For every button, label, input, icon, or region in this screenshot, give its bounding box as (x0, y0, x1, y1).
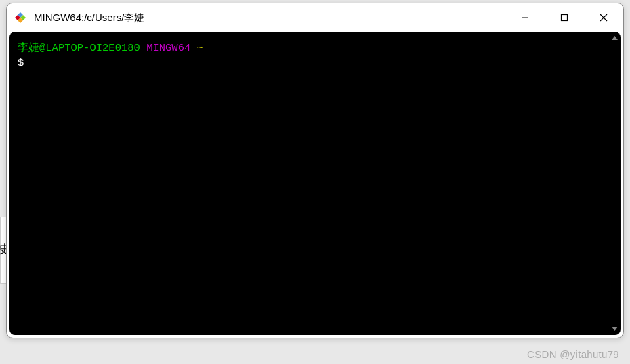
prompt-env: MINGW64 (146, 42, 190, 54)
terminal-container: 李婕@LAPTOP-OI2E0180 MINGW64 ~ $ (7, 32, 623, 338)
prompt-user: 李婕 (18, 42, 39, 54)
command-line: $ (18, 56, 612, 71)
svg-marker-8 (612, 36, 618, 40)
window-controls (505, 3, 623, 32)
prompt-space2 (190, 42, 196, 54)
close-button[interactable] (584, 3, 623, 32)
window-title: MINGW64:/c/Users/李婕 (34, 12, 505, 24)
minimize-button[interactable] (505, 3, 545, 32)
scrollbar[interactable] (610, 33, 619, 334)
svg-marker-9 (612, 327, 618, 331)
terminal-window: MINGW64:/c/Users/李婕 李婕@LAPTOP-OI2E0180 M… (6, 3, 624, 338)
maximize-button[interactable] (545, 3, 584, 32)
prompt-symbol: $ (18, 57, 24, 69)
svg-rect-5 (562, 15, 568, 21)
prompt-space (140, 42, 146, 54)
titlebar[interactable]: MINGW64:/c/Users/李婕 (7, 3, 623, 32)
scroll-down-icon[interactable] (610, 324, 618, 334)
terminal[interactable]: 李婕@LAPTOP-OI2E0180 MINGW64 ~ $ (9, 32, 621, 335)
prompt-path: ~ (197, 42, 203, 54)
prompt-host: LAPTOP-OI2E0180 (45, 42, 140, 54)
watermark: CSDN @yitahutu79 (527, 348, 619, 360)
app-icon (14, 11, 27, 24)
prompt-at: @ (39, 42, 45, 54)
scroll-up-icon[interactable] (610, 33, 618, 43)
prompt-line: 李婕@LAPTOP-OI2E0180 MINGW64 ~ (18, 41, 612, 56)
